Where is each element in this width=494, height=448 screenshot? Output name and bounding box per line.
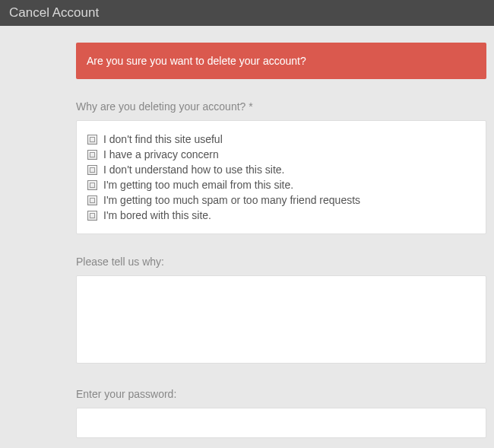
reason-option[interactable]: I don't find this site useful (87, 132, 475, 147)
reason-option-label: I have a privacy concern (103, 148, 219, 160)
reason-option[interactable]: I'm bored with this site. (87, 208, 475, 223)
reason-option[interactable]: I don't understand how to use this site. (87, 162, 475, 177)
reason-option-label: I'm getting too much email from this sit… (103, 179, 293, 191)
checkbox-icon[interactable] (87, 135, 97, 145)
checkbox-icon[interactable] (87, 211, 97, 221)
checkbox-icon[interactable] (87, 150, 97, 160)
content: Are you sure you want to delete your acc… (0, 26, 494, 438)
reason-option-label: I'm getting too much spam or too many fr… (103, 194, 360, 206)
explain-label: Please tell us why: (76, 256, 486, 268)
reason-options-panel: I don't find this site useful I have a p… (76, 120, 486, 234)
reason-option-label: I don't understand how to use this site. (103, 164, 285, 176)
reason-label: Why are you deleting your account? * (76, 100, 486, 113)
reason-option-label: I'm bored with this site. (103, 209, 211, 221)
reason-option[interactable]: I'm getting too much email from this sit… (87, 177, 475, 192)
reason-option[interactable]: I'm getting too much spam or too many fr… (87, 192, 475, 208)
reason-option-label: I don't find this site useful (103, 133, 223, 145)
password-input[interactable] (76, 408, 486, 438)
page-title: Cancel Account (9, 5, 99, 21)
password-label: Enter your password: (76, 388, 486, 400)
delete-warning-alert: Are you sure you want to delete your acc… (76, 43, 486, 79)
checkbox-icon[interactable] (87, 195, 97, 205)
top-bar: Cancel Account (0, 0, 494, 26)
reason-option[interactable]: I have a privacy concern (87, 147, 475, 162)
checkbox-icon[interactable] (87, 180, 97, 190)
checkbox-icon[interactable] (87, 165, 97, 175)
explain-textarea[interactable] (76, 275, 486, 364)
